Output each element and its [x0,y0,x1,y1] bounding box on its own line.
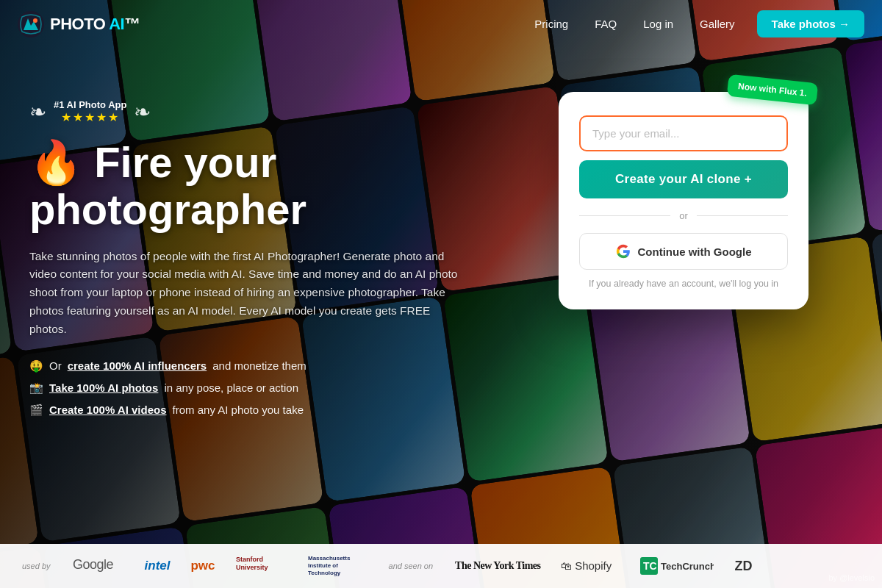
logo-stanford: Stanford University [236,551,287,581]
logo-intel: intel [145,559,171,573]
svg-text:University: University [236,564,268,571]
feature1-link[interactable]: create 100% AI influencers [68,359,207,372]
logo-pwc: pwc [190,559,215,573]
logo-mit: Massachusetts Institute of Technology [308,551,367,581]
google-signin-button[interactable]: Continue with Google [579,233,788,270]
feature2-suffix: in any pose, place or action [164,381,298,394]
laurel-right-icon: ❧ [134,100,151,124]
divider-line-right [697,215,788,216]
feature-links: 🤑 Or create 100% AI influencers and mone… [29,359,529,417]
navbar: PHOTO AI™ Pricing FAQ Log in Gallery Tak… [0,0,882,48]
svg-text:🛍 Shopify: 🛍 Shopify [561,559,612,572]
svg-text:Institute of: Institute of [308,562,338,569]
nav-login[interactable]: Log in [633,12,684,36]
divider-row: or [579,210,788,221]
logo-nyt: The New York Times [455,560,540,572]
login-hint: If you already have an account, we'll lo… [579,279,788,289]
divider-line-left [579,215,670,216]
headline-emoji: 🔥 [29,138,82,186]
nav-gallery[interactable]: Gallery [689,12,745,36]
svg-text:Stanford: Stanford [236,556,263,563]
nav-pricing[interactable]: Pricing [524,12,578,36]
signup-card: Now with Flux 1. Create your AI clone + … [559,92,808,309]
svg-text:TechCrunch: TechCrunch [661,561,714,572]
feature-item-influencers: 🤑 Or create 100% AI influencers and mone… [29,359,529,373]
feature1-emoji: 🤑 [29,359,43,373]
feature3-emoji: 🎬 [29,404,43,417]
logo-shopify: 🛍 Shopify [561,555,620,577]
used-by-label: used by [22,562,51,570]
logo[interactable]: PHOTO AI™ [18,11,140,37]
laurel-left-icon: ❧ [29,100,46,124]
nav-faq[interactable]: FAQ [584,12,627,36]
award-title: #1 AI Photo App [54,99,126,110]
create-clone-button[interactable]: Create your AI clone + [579,160,788,198]
divider-text: or [679,210,688,221]
feature2-emoji: 📸 [29,381,43,395]
google-btn-label: Continue with Google [638,245,752,258]
flux-badge: Now with Flux 1. [727,74,818,106]
svg-text:TC: TC [643,560,657,572]
logo-techcrunch: TC TechCrunch [640,555,714,577]
hero-description: Take stunning photos of people with the … [29,248,470,339]
svg-point-1 [33,18,37,23]
logo-text: PHOTO AI™ [50,15,140,34]
feature2-link[interactable]: Take 100% AI photos [49,381,158,394]
feature-item-photos: 📸 Take 100% AI photos in any pose, place… [29,381,529,395]
nav-take-photos-cta[interactable]: Take photos → [757,10,864,37]
svg-text:Technology: Technology [308,570,341,576]
hero-headline: 🔥 Fire your photographer [29,139,529,233]
email-input[interactable] [579,115,788,151]
logo-zd: ZD [734,559,752,574]
svg-text:Massachusetts: Massachusetts [308,555,351,562]
svg-text:Google: Google [73,557,114,572]
feature1-text: Or [49,359,62,372]
logo-google: Google [73,556,124,577]
seen-on-label: and seen on [389,562,434,570]
watermark: by @levelsio [828,573,875,582]
star-rating: ★★★★★ [54,110,126,124]
nav-links: Pricing FAQ Log in Gallery Take photos → [524,10,864,37]
main-content: ❧ #1 AI Photo App ★★★★★ ❧ 🔥 Fire your ph… [0,48,882,588]
logo-icon [18,11,44,37]
feature-item-videos: 🎬 Create 100% AI videos from any AI phot… [29,404,529,417]
feature1-suffix: and monetize them [212,359,306,372]
google-icon [616,244,631,259]
award-badge: ❧ #1 AI Photo App ★★★★★ ❧ [29,99,529,124]
feature3-suffix: from any AI photo you take [173,404,304,416]
feature3-link[interactable]: Create 100% AI videos [49,404,167,416]
logos-bar: used by Google intel pwc Stanford Univer… [0,544,882,588]
award-text-block: #1 AI Photo App ★★★★★ [54,99,126,124]
left-content: ❧ #1 AI Photo App ★★★★★ ❧ 🔥 Fire your ph… [29,77,529,417]
